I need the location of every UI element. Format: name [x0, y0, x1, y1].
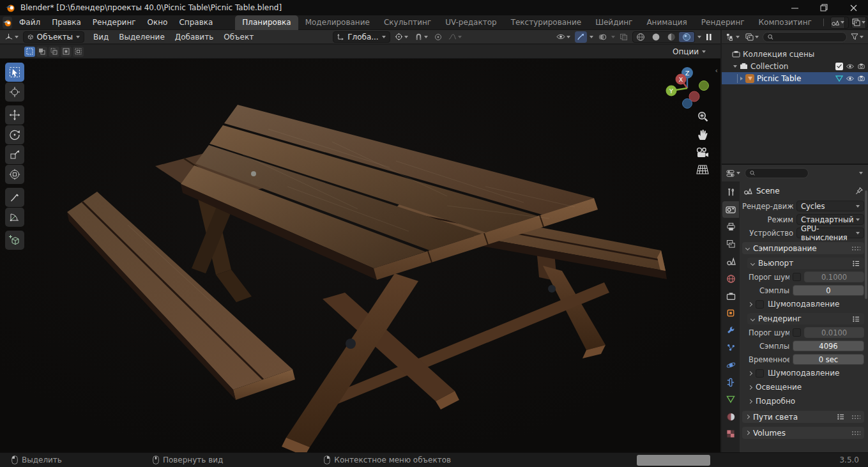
tab-object-data[interactable]	[722, 391, 739, 408]
menu-object[interactable]: Объект	[218, 31, 259, 43]
tab-texture[interactable]	[722, 425, 739, 442]
menu-render[interactable]: Рендеринг	[87, 16, 142, 29]
section-light-paths[interactable]: Пути света	[742, 411, 864, 423]
minimize-button[interactable]	[780, 0, 809, 15]
overlays-dropdown[interactable]	[611, 36, 615, 38]
tab-view-layer[interactable]	[722, 236, 739, 252]
gizmos-dropdown[interactable]	[590, 36, 593, 38]
blender-menu-button[interactable]	[3, 17, 12, 29]
render-visibility-icon[interactable]	[857, 75, 865, 82]
collection-checkbox[interactable]	[835, 63, 843, 70]
workspace-tab-sculpting[interactable]: Скульптинг	[377, 15, 438, 30]
r-noise-threshold-field[interactable]: 0.0100	[804, 327, 864, 338]
tool-cursor[interactable]	[5, 82, 24, 102]
axis-y-negative[interactable]	[699, 81, 709, 91]
tool-add-cube[interactable]	[5, 231, 24, 250]
axis-z-negative[interactable]	[683, 99, 692, 109]
expand-icon[interactable]	[740, 77, 743, 80]
workspace-tab-modeling[interactable]: Моделирование	[298, 15, 377, 30]
select-mode-set[interactable]	[24, 47, 35, 57]
shading-wireframe-button[interactable]	[633, 32, 648, 42]
tool-transform[interactable]	[5, 165, 24, 184]
close-button[interactable]	[839, 0, 868, 15]
tool-options-dropdown[interactable]: Опции	[673, 47, 706, 56]
subsection-render[interactable]: Рендеринг	[747, 313, 864, 325]
outliner-editor-type-button[interactable]	[724, 31, 742, 43]
snap-toggle-button[interactable]	[413, 31, 430, 43]
workspace-tab-texture[interactable]: Текстурирование	[504, 15, 588, 30]
outliner-search-input[interactable]	[777, 32, 842, 42]
r-time-limit-field[interactable]: 0 sec	[793, 354, 864, 365]
properties-options-dropdown[interactable]	[859, 172, 863, 174]
vp-denoise-row[interactable]: Шумоподавление	[749, 298, 864, 310]
render-engine-dropdown[interactable]: Cycles	[796, 201, 864, 211]
outliner-filter-button[interactable]	[849, 31, 865, 43]
tab-object[interactable]	[722, 305, 739, 321]
drag-dots[interactable]	[851, 431, 860, 435]
select-mode-subtract[interactable]	[49, 47, 59, 57]
viewlayer-browse-button[interactable]	[852, 17, 866, 28]
presets-icon[interactable]	[852, 316, 860, 323]
pan-hand-icon[interactable]	[696, 128, 709, 141]
pause-render-button[interactable]	[704, 31, 714, 43]
mode-dropdown[interactable]: Объекты	[23, 31, 84, 43]
render-visibility-icon[interactable]	[857, 63, 865, 70]
select-mode-extend[interactable]	[36, 47, 47, 57]
pivot-point-button[interactable]	[393, 31, 410, 43]
menu-file[interactable]: Файл	[13, 16, 46, 29]
breadcrumb-scene[interactable]: Scene	[756, 187, 780, 195]
tab-world[interactable]	[722, 270, 739, 287]
section-sampling[interactable]: Сэмплирование	[742, 242, 864, 254]
presets-icon[interactable]	[837, 413, 845, 420]
workspace-tab-rendering[interactable]: Рендеринг	[694, 15, 752, 30]
tool-rotate[interactable]	[5, 125, 24, 144]
3d-viewport[interactable]: ‹ Z X Y	[0, 59, 720, 452]
overlays-toggle[interactable]	[596, 31, 609, 43]
subsection-viewport[interactable]: Вьюпорт	[747, 257, 864, 269]
menu-help[interactable]: Справка	[173, 16, 218, 29]
sidebar-collapse-icon[interactable]: ‹	[715, 66, 718, 75]
shading-rendered-button[interactable]	[679, 32, 694, 42]
expand-icon[interactable]	[733, 65, 737, 68]
workspace-tab-layout[interactable]: Планировка	[235, 15, 298, 30]
feature-set-dropdown[interactable]: Стандартный	[796, 214, 864, 225]
properties-editor-type-button[interactable]	[724, 167, 742, 179]
tab-modifiers[interactable]	[722, 322, 739, 339]
tab-physics[interactable]	[722, 356, 739, 373]
vp-samples-field[interactable]: 0	[793, 285, 864, 296]
section-volumes[interactable]: Volumes	[742, 427, 864, 439]
tab-particles[interactable]	[722, 339, 739, 356]
zoom-icon[interactable]	[696, 110, 709, 123]
restore-button[interactable]	[809, 0, 839, 15]
vp-denoise-checkbox[interactable]	[756, 300, 764, 309]
device-dropdown[interactable]: GPU-вычисления	[796, 227, 864, 238]
r-noise-threshold-checkbox[interactable]	[793, 328, 801, 337]
r-denoise-row[interactable]: Шумоподавление	[749, 367, 864, 379]
hide-eye-icon[interactable]	[846, 75, 855, 82]
drag-dots[interactable]	[851, 415, 860, 419]
shading-solid-button[interactable]	[648, 32, 664, 42]
outliner-row-collection[interactable]: Collection	[722, 60, 868, 72]
scene-browse-button[interactable]	[831, 17, 845, 28]
proportional-edit-button[interactable]	[432, 31, 444, 43]
menu-add[interactable]: Добавить	[170, 31, 218, 43]
workspace-tab-compositing[interactable]: Композитинг	[752, 15, 819, 30]
gizmos-toggle[interactable]	[575, 31, 587, 43]
menu-edit[interactable]: Правка	[46, 16, 87, 29]
tab-constraints[interactable]	[722, 374, 739, 390]
perspective-toggle-icon[interactable]	[696, 164, 709, 175]
navigation-gizmo[interactable]: Z X Y	[664, 61, 712, 110]
select-mode-invert[interactable]	[61, 47, 72, 57]
tool-scale[interactable]	[5, 145, 24, 164]
visibility-dropdown[interactable]	[554, 31, 572, 43]
tab-render[interactable]	[722, 201, 739, 218]
outliner-display-mode-button[interactable]	[743, 31, 761, 43]
tab-output[interactable]	[722, 218, 739, 235]
outliner-search[interactable]	[763, 32, 847, 42]
camera-view-icon[interactable]	[696, 147, 709, 158]
tool-measure[interactable]	[5, 208, 24, 227]
pin-icon[interactable]	[855, 187, 863, 195]
vp-noise-threshold-field[interactable]: 0.1000	[804, 272, 864, 282]
xray-toggle[interactable]	[618, 31, 630, 43]
workspace-tab-shading[interactable]: Шейдинг	[588, 15, 639, 30]
